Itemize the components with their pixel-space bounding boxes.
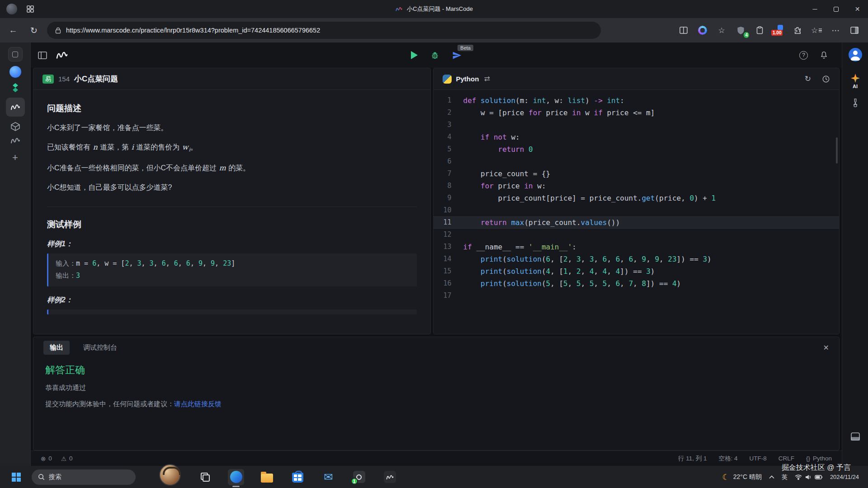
back-button[interactable]: ← — [5, 23, 21, 38]
pinned-site-icon-green[interactable] — [10, 82, 21, 93]
close-button[interactable]: ✕ — [847, 0, 868, 18]
task-view-button[interactable] — [197, 469, 213, 485]
code-line[interactable]: 5 return 0 — [434, 143, 840, 155]
code-line[interactable]: 6 — [434, 155, 840, 168]
code-lines: 1def solution(m: int, w: list) -> int:2 … — [434, 94, 840, 302]
refresh-button[interactable]: ↻ — [26, 23, 42, 38]
line-number: 3 — [434, 119, 463, 131]
language-status[interactable]: {} Python — [806, 455, 832, 462]
maximize-icon — [834, 7, 839, 12]
errors-status[interactable]: ⊗ 0 — [41, 455, 52, 462]
debug-button[interactable] — [430, 51, 439, 60]
marscode-logo[interactable] — [55, 50, 69, 60]
taskbar-marscode-icon[interactable] — [382, 469, 398, 485]
warnings-status[interactable]: ⚠ 0 — [61, 455, 73, 462]
marscode-app: Beta ? 易 154 小C点菜问题 — [31, 42, 842, 466]
sidebar-item-marscode-active[interactable] — [6, 98, 25, 117]
code-line[interactable]: 9 price_count[price] = price_count.get(p… — [434, 192, 840, 204]
code-line[interactable]: 4 if not w: — [434, 131, 840, 143]
ai-assistant-button[interactable]: AI — [850, 73, 860, 89]
system-icons[interactable] — [795, 474, 823, 480]
code-line[interactable]: 15 print(solution(4, [1, 2, 4, 4, 4]) ==… — [434, 265, 840, 277]
tray-chevron-icon[interactable] — [769, 475, 774, 479]
code-line[interactable]: 8 for price in w: — [434, 180, 840, 192]
tray-date[interactable]: 2024/11/24 — [830, 474, 859, 481]
code-editor[interactable]: 1def solution(m: int, w: list) -> int:2 … — [434, 90, 840, 334]
notifications-bell-icon[interactable] — [820, 51, 828, 60]
language-swap-icon[interactable] — [483, 75, 491, 83]
line-number: 11 — [434, 216, 463, 229]
clipboard-icon[interactable] — [754, 25, 765, 36]
sidebar-add-icon[interactable]: + — [12, 152, 18, 164]
cursor-position[interactable]: 行 11, 列 1 — [678, 455, 707, 463]
favorites-bar-icon[interactable]: ☆ — [811, 25, 822, 36]
indent-setting[interactable]: 空格: 4 — [718, 455, 737, 463]
weather-widget[interactable]: ☾ 22°C 晴朗 — [722, 472, 762, 482]
feedback-link[interactable]: 请点此链接反馈 — [174, 400, 222, 408]
list-lines-icon — [819, 28, 822, 33]
adblock-shield-icon[interactable]: 4 — [735, 25, 746, 36]
sidebar-item-marscode-2[interactable] — [10, 136, 21, 145]
tab-output[interactable]: 输出 — [43, 341, 70, 355]
code-line[interactable]: 7 price_count = {} — [434, 168, 840, 180]
taskbar-explorer-icon[interactable] — [259, 469, 275, 485]
search-highlight-image[interactable] — [159, 464, 181, 486]
taskbar-store-icon[interactable] — [289, 469, 306, 485]
encoding-setting[interactable]: UTF-8 — [749, 455, 766, 462]
reset-code-icon[interactable]: ↻ — [805, 74, 811, 84]
tab-debug-console[interactable]: 调试控制台 — [83, 343, 117, 352]
favorites-star-icon[interactable]: ☆ — [716, 25, 727, 36]
errors-count: 0 — [48, 455, 52, 462]
help-icon[interactable]: ? — [799, 51, 808, 60]
taskbar-search[interactable]: 搜索 — [32, 469, 136, 485]
code-line[interactable]: 16 print(solution(5, [5, 5, 5, 5, 6, 7, … — [434, 277, 840, 290]
sample1-input-line: 输入：m = 6, w = [2, 3, 3, 6, 6, 6, 9, 9, 2… — [56, 258, 410, 270]
toggle-bottom-panel-icon[interactable] — [851, 432, 860, 441]
maximize-button[interactable] — [826, 0, 847, 18]
eol-setting[interactable]: CRLF — [778, 455, 794, 462]
editor-scrollbar[interactable] — [836, 137, 838, 164]
tab-list-icon[interactable] — [26, 5, 34, 13]
taskbar-mail-icon[interactable]: ✉ — [320, 469, 336, 485]
output-close-icon[interactable]: ✕ — [823, 343, 829, 352]
more-menu-icon[interactable]: ⋯ — [830, 25, 841, 36]
code-line[interactable]: 12 — [434, 229, 840, 241]
code-line[interactable]: 3 — [434, 119, 840, 131]
code-line[interactable]: 13if __name__ == '__main__': — [434, 241, 840, 253]
copilot-icon[interactable] — [697, 25, 708, 36]
user-avatar[interactable] — [849, 48, 862, 61]
browser-sidebar-icon[interactable] — [849, 25, 860, 36]
samples-section: 测试样例 样例1： 输入：m = 6, w = [2, 3, 3, 6, 6, … — [47, 206, 417, 315]
submit-button[interactable] — [452, 51, 462, 60]
start-button[interactable] — [12, 473, 21, 482]
problem-paragraph: 已知该餐馆有 n 道菜，第 i 道菜的售价为 wi。 — [47, 141, 417, 154]
sidebar-box-icon[interactable] — [10, 121, 21, 132]
extensions-puzzle-icon[interactable] — [792, 25, 803, 36]
active-tab[interactable]: 小C点菜问题 - MarsCode — [395, 0, 473, 18]
problem-paragraph: 小C想知道，自己最多可以点多少道菜? — [47, 182, 417, 193]
titlebar-profile-icon[interactable] — [6, 4, 17, 14]
lab-icon[interactable] — [851, 98, 860, 108]
split-screen-icon[interactable] — [678, 25, 689, 36]
taskbar-app-with-badge[interactable]: 1 — [351, 469, 367, 485]
taskbar-edge-icon[interactable] — [228, 469, 244, 485]
code-line[interactable]: 1def solution(m: int, w: list) -> int: — [434, 94, 840, 107]
sidebar-app-icon[interactable] — [8, 47, 23, 61]
weather-text: 22°C 晴朗 — [733, 473, 762, 481]
coupon-extension-icon[interactable]: 1.00 — [773, 25, 784, 36]
pinned-site-icon-blue[interactable] — [9, 66, 21, 78]
code-line[interactable]: 11 return max(price_count.values()) — [434, 216, 840, 229]
code-line[interactable]: 17 — [434, 290, 840, 302]
feedback-text: 提交功能内测体验中，任何问题或者建议： — [45, 400, 174, 408]
history-icon[interactable] — [822, 75, 830, 83]
ime-indicator[interactable]: 英 — [782, 473, 788, 481]
layout-toggle-icon[interactable] — [38, 52, 47, 59]
language-label[interactable]: Python — [456, 75, 479, 83]
code-line[interactable]: 10 — [434, 204, 840, 216]
code-line[interactable]: 14 print(solution(6, [2, 3, 3, 6, 6, 6, … — [434, 253, 840, 265]
address-bar[interactable]: https://www.marscode.cn/practice/lnrp0r1… — [47, 22, 601, 39]
minimize-button[interactable]: ─ — [804, 0, 826, 18]
run-button[interactable] — [411, 51, 418, 59]
braces-icon: {} — [806, 455, 810, 462]
code-line[interactable]: 2 w = [price for price in w if price <= … — [434, 107, 840, 119]
